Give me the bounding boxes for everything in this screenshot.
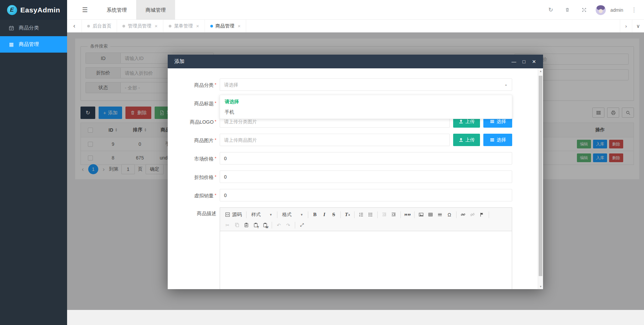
required-mark: * (215, 101, 216, 106)
chevron-down-icon: ▼ (300, 213, 303, 216)
bold-button[interactable]: B (310, 210, 320, 219)
image-upload-button[interactable]: 上传 (453, 134, 480, 146)
insert-table-button[interactable] (426, 210, 435, 219)
unlink-icon (470, 212, 475, 217)
horizontal-rule-button[interactable] (435, 210, 445, 219)
tabs-scroll-left-icon[interactable]: ‹ (67, 20, 82, 32)
tab-close-icon[interactable]: × (238, 23, 241, 29)
top-header: E EasyAdmin ☰ 系统管理 商城管理 ↻ admin ⋮ (0, 0, 644, 20)
tabs-menu-icon[interactable]: ∨ (632, 20, 644, 32)
paste-word-button[interactable]: W (260, 221, 270, 230)
dialog-close-icon[interactable]: × (529, 57, 539, 67)
nav-item-system[interactable]: 系统管理 (97, 0, 136, 20)
bullet-list-button[interactable] (366, 210, 375, 219)
undo-button[interactable]: ↶ (274, 221, 283, 230)
sidebar-item-label: 商品分类 (19, 25, 39, 31)
format-combo[interactable]: 格式▼ (279, 210, 306, 219)
fullscreen-icon[interactable] (577, 0, 592, 20)
horizontal-rule-icon (437, 212, 442, 217)
market-price-input[interactable] (220, 152, 512, 165)
form-row-category: 商品分类* ▲ (173, 78, 543, 91)
source-button[interactable]: 源码 (223, 210, 244, 219)
redo-button[interactable]: ↷ (283, 221, 293, 230)
ordered-list-button[interactable] (357, 210, 366, 219)
tab-close-icon[interactable]: × (196, 23, 199, 29)
tab-dot (210, 25, 213, 27)
field-label: 商品分类 (194, 82, 214, 88)
indent-button[interactable] (389, 210, 398, 219)
select-caret-icon: ▲ (504, 83, 507, 86)
category-select[interactable] (220, 78, 512, 91)
form-row-market-price: 市场价格* (173, 152, 543, 165)
sidebar-item-goods-manage[interactable]: 商品管理 (0, 36, 67, 53)
tabs-scroll-right-icon[interactable]: › (620, 20, 632, 32)
username-label[interactable]: admin (610, 7, 623, 13)
field-label: 市场价格 (194, 156, 214, 161)
copy-button[interactable] (232, 221, 241, 230)
scroll-down-icon[interactable]: ▼ (538, 284, 543, 289)
image-input[interactable] (220, 134, 450, 146)
chevron-down-icon: ▼ (269, 213, 272, 216)
blockquote-button[interactable]: ”” (403, 210, 412, 219)
virtual-sales-input[interactable] (220, 189, 512, 201)
styles-combo[interactable]: 样式▼ (249, 210, 275, 219)
anchor-button[interactable] (477, 210, 487, 219)
tab-label: 管理员管理 (128, 23, 151, 29)
cut-button[interactable]: ✂ (223, 221, 232, 230)
tab-home[interactable]: 后台首页 (82, 20, 117, 32)
tab-label: 菜单管理 (174, 23, 193, 29)
easyadmin-logo-icon: E (7, 5, 17, 15)
collapse-sidebar-icon[interactable]: ☰ (76, 0, 93, 20)
header-actions: ↻ admin ⋮ (543, 0, 641, 20)
paste-button[interactable] (241, 221, 251, 230)
image-select-button[interactable]: 选择 (483, 134, 512, 146)
clear-cache-icon[interactable] (560, 0, 575, 20)
dialog-maximize-icon[interactable]: □ (519, 57, 529, 67)
field-label: 折扣价格 (194, 175, 214, 180)
sidebar: 商品分类 商品管理 (0, 20, 67, 325)
top-nav: 系统管理 商城管理 (97, 0, 175, 20)
nav-item-mall[interactable]: 商城管理 (136, 0, 175, 20)
special-char-button[interactable]: Ω (445, 210, 454, 219)
source-icon (225, 212, 230, 217)
sidebar-item-goods-category[interactable]: 商品分类 (0, 20, 67, 36)
strikethrough-button[interactable]: S (329, 210, 338, 219)
dialog-minimize-icon[interactable]: — (509, 57, 519, 67)
scrollbar-thumb[interactable] (539, 76, 542, 276)
editor-maximize-button[interactable]: ⤢ (297, 221, 307, 230)
outdent-button[interactable] (380, 210, 389, 219)
tab-close-icon[interactable]: × (155, 23, 158, 29)
dropdown-option[interactable]: 请选择 (220, 96, 512, 107)
tab-goods-manage[interactable]: 商品管理 × (205, 20, 247, 32)
unlink-button[interactable] (468, 210, 477, 219)
scroll-up-icon[interactable]: ▲ (538, 68, 543, 74)
tab-dot (87, 25, 90, 27)
italic-button[interactable]: I (320, 210, 329, 219)
required-mark: * (215, 82, 216, 87)
paste-text-button[interactable]: T (251, 221, 260, 230)
table-icon (428, 212, 433, 217)
outdent-icon (382, 212, 387, 217)
more-menu-icon[interactable]: ⋮ (627, 0, 641, 20)
required-mark: * (215, 137, 216, 142)
dialog-scrollbar[interactable]: ▲ ▼ (538, 68, 543, 289)
insert-image-button[interactable] (417, 210, 426, 219)
field-label: 商品标题 (194, 101, 214, 106)
list-icon (9, 42, 14, 47)
refresh-icon[interactable]: ↻ (543, 0, 558, 20)
remove-format-button[interactable]: Tx (343, 210, 352, 219)
tab-admin-manage[interactable]: 管理员管理 × (117, 20, 163, 32)
brand-logo[interactable]: E EasyAdmin (0, 0, 67, 20)
required-mark: * (215, 156, 216, 161)
dropdown-option[interactable]: 手机 (220, 107, 512, 117)
clipboard-icon (244, 222, 249, 227)
tab-menu-manage[interactable]: 菜单管理 × (163, 20, 205, 32)
footer-strip (67, 310, 644, 325)
dialog-header[interactable]: 添加 — □ × (168, 55, 543, 68)
user-avatar[interactable] (596, 5, 606, 15)
editor-content-area[interactable] (220, 231, 512, 289)
discount-price-input[interactable] (220, 171, 512, 183)
link-button[interactable] (459, 210, 468, 219)
bullet-list-icon (368, 212, 373, 217)
tab-bar-controls: › ∨ (620, 20, 644, 32)
